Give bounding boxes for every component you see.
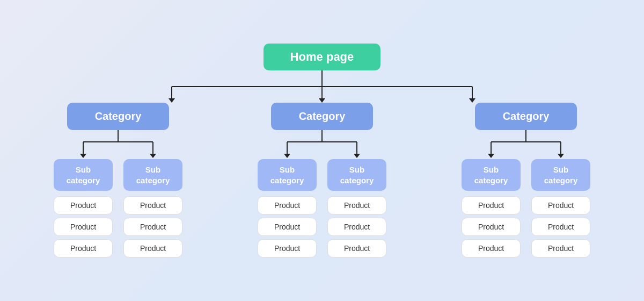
product: Product: [327, 218, 386, 236]
cat1-subcat-label-2: Subcategory: [136, 165, 170, 185]
product: Product: [327, 239, 386, 257]
cat2-sub-connector: [258, 130, 386, 159]
cat3-subcat1-products: Product Product Product: [462, 196, 521, 257]
svg-marker-3: [169, 98, 175, 103]
categories-row: Category Subcategory Product Prod: [16, 103, 628, 257]
product: Product: [531, 196, 590, 214]
product: Product: [258, 239, 317, 257]
product: Product: [258, 196, 317, 214]
cat3-sub-connector: [462, 130, 590, 159]
tree-container: Home page Category: [11, 33, 633, 268]
product: Product: [258, 218, 317, 236]
svg-marker-23: [488, 154, 494, 158]
cat1-subcat-label-1: Subcategory: [67, 165, 100, 185]
home-page-label: Home page: [290, 50, 354, 63]
cat2-subcat-node-2: Subcategory: [327, 159, 386, 191]
cat3-subcat-node-2: Subcategory: [531, 159, 590, 191]
svg-marker-17: [284, 154, 290, 158]
category-label-3: Category: [503, 110, 550, 122]
product: Product: [54, 239, 113, 257]
cat2-subcat-label-2: Subcategory: [340, 165, 374, 185]
cat2-subcat-col-1: Subcategory Product Product Product: [258, 159, 317, 257]
cat2-subcat-label-1: Subcategory: [270, 165, 304, 185]
cat2-subcat1-products: Product Product Product: [258, 196, 317, 257]
product: Product: [462, 218, 521, 236]
svg-marker-19: [354, 154, 360, 158]
product: Product: [123, 196, 182, 214]
cat1-sub-connector: [54, 130, 182, 159]
svg-marker-11: [80, 154, 86, 158]
cat2-subcat-node-1: Subcategory: [258, 159, 317, 191]
category-node-1: Category: [67, 103, 169, 130]
product: Product: [54, 218, 113, 236]
cat3-subcat-label-1: Subcategory: [474, 165, 508, 185]
cat2-subcats-row: Subcategory Product Product Product Subc…: [258, 159, 386, 257]
cat1-subcat-node-2: Subcategory: [123, 159, 182, 191]
cat2-subcat-col-2: Subcategory Product Product Product: [327, 159, 386, 257]
product: Product: [54, 196, 113, 214]
cat3-subcat-label-2: Subcategory: [544, 165, 578, 185]
product: Product: [327, 196, 386, 214]
product: Product: [531, 239, 590, 257]
cat2-subcat2-products: Product Product Product: [327, 196, 386, 257]
cat3-subcat-col-2: Subcategory Product Product Product: [531, 159, 590, 257]
home-connector-svg: [113, 70, 531, 103]
product: Product: [462, 196, 521, 214]
cat1-subcat-node-1: Subcategory: [54, 159, 113, 191]
category-label-2: Category: [299, 110, 346, 122]
category-label-1: Category: [95, 110, 142, 122]
category-node-3: Category: [475, 103, 577, 130]
cat1-subcat-col-1: Subcategory Product Product Product: [54, 159, 113, 257]
cat3-subcat-col-1: Subcategory Product Product Product: [462, 159, 521, 257]
category-column-1: Category Subcategory Product Prod: [16, 103, 220, 257]
home-page-node: Home page: [264, 44, 381, 70]
product: Product: [531, 218, 590, 236]
category-column-3: Category Subcategory Product Product: [424, 103, 628, 257]
product: Product: [123, 239, 182, 257]
cat1-subcat-col-2: Subcategory Product Product Product: [123, 159, 182, 257]
cat1-subcat2-products: Product Product Product: [123, 196, 182, 257]
product: Product: [462, 239, 521, 257]
svg-marker-7: [469, 98, 475, 103]
category-column-2: Category Subcategory Product Product: [220, 103, 424, 257]
cat3-subcats-row: Subcategory Product Product Product Subc…: [462, 159, 590, 257]
cat3-subcat2-products: Product Product Product: [531, 196, 590, 257]
svg-marker-25: [558, 154, 564, 158]
svg-marker-13: [150, 154, 156, 158]
cat3-subcat-node-1: Subcategory: [462, 159, 521, 191]
svg-marker-5: [319, 98, 325, 103]
cat1-subcat1-products: Product Product Product: [54, 196, 113, 257]
category-node-2: Category: [271, 103, 373, 130]
cat1-subcats-row: Subcategory Product Product Product Subc…: [54, 159, 182, 257]
product: Product: [123, 218, 182, 236]
